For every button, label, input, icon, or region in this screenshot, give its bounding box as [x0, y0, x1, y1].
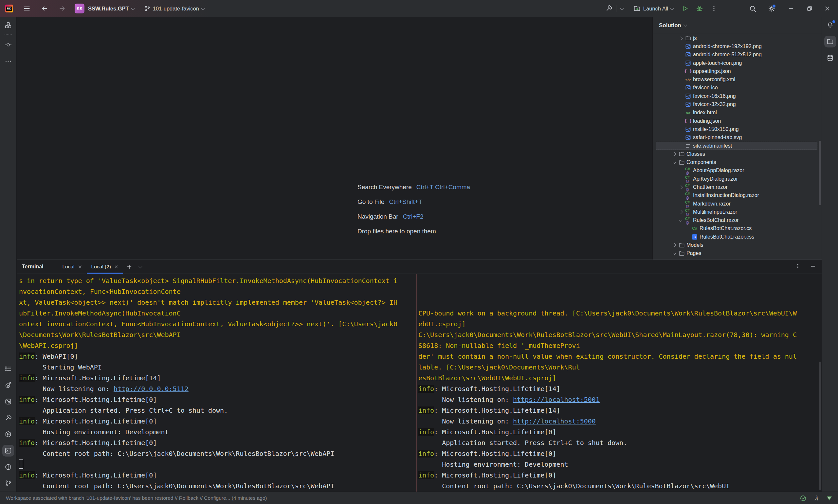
- folder-file-icon: [678, 151, 685, 158]
- terminal-line: S8618: Non-nullable field '_mudThemeProv…: [418, 340, 822, 351]
- tree-scrollbar[interactable]: [819, 141, 821, 205]
- settings-gear-icon[interactable]: [766, 3, 777, 14]
- terminal-pane-right[interactable]: CPU-bound work on a background thread. […: [416, 274, 822, 492]
- terminal-link[interactable]: http://localhost:5000: [513, 417, 596, 425]
- solution-status-icon[interactable]: [826, 495, 833, 502]
- terminal-tab[interactable]: Local (2): [87, 260, 123, 274]
- solution-explorer-icon[interactable]: [822, 33, 838, 50]
- tree-row[interactable]: favicon-16x16.png: [653, 92, 822, 100]
- terminal-tab[interactable]: Local: [58, 260, 87, 274]
- terminal-options-kebab-icon[interactable]: [795, 263, 801, 270]
- unit-tests-icon[interactable]: [0, 393, 16, 410]
- run-configuration-selector[interactable]: Launch All: [633, 3, 673, 14]
- services-icon[interactable]: [0, 426, 16, 443]
- tree-row[interactable]: 3RulesBotChat.razor.css: [653, 233, 822, 241]
- tree-row[interactable]: C#@RulesBotChat.razor: [653, 216, 822, 224]
- workspace-icon[interactable]: [0, 17, 16, 33]
- terminal-link[interactable]: http://0.0.0.0:5112: [113, 385, 189, 393]
- todo-icon[interactable]: [0, 361, 16, 377]
- solution-view-selector[interactable]: Solution: [653, 17, 822, 34]
- more-actions-icon[interactable]: [709, 3, 719, 14]
- rider-logo-icon[interactable]: RD: [5, 4, 13, 13]
- tree-row[interactable]: apple-touch-icon.png: [653, 59, 822, 67]
- tree-row[interactable]: js: [653, 34, 822, 42]
- folder-file-icon: [678, 250, 685, 256]
- status-message: Workspace associated with branch '101-up…: [6, 495, 173, 501]
- tree-row[interactable]: C#@ApiKeyDialog.razor: [653, 175, 822, 183]
- tree-row[interactable]: mstile-150x150.png: [653, 125, 822, 133]
- inspections-ok-icon[interactable]: [800, 495, 806, 502]
- tree-row[interactable]: favicon-32x32.png: [653, 100, 822, 108]
- git-icon[interactable]: [0, 475, 16, 491]
- chevron-down-icon[interactable]: [678, 220, 684, 221]
- new-terminal-tab-button[interactable]: [124, 262, 134, 272]
- tree-row[interactable]: C#@AboutAppDialog.razor: [653, 166, 822, 175]
- problems-icon[interactable]: [0, 459, 16, 475]
- tree-row[interactable]: C#RulesBotChat.razor.cs: [653, 224, 822, 233]
- commit-icon[interactable]: [0, 37, 16, 53]
- search-everywhere-icon[interactable]: [747, 3, 758, 14]
- tree-row[interactable]: C#@InstallInstructionDialog.razor: [653, 192, 822, 200]
- build-solution-icon[interactable]: [604, 3, 614, 14]
- tree-row[interactable]: </>browserconfig.xml: [653, 75, 822, 84]
- chevron-right-icon[interactable]: [671, 244, 678, 247]
- database-icon[interactable]: [822, 50, 838, 66]
- tree-row[interactable]: Models: [653, 241, 822, 249]
- tree-row[interactable]: Pages: [653, 249, 822, 257]
- notifications-icon[interactable]: [822, 17, 838, 33]
- close-tab-icon[interactable]: [114, 265, 119, 269]
- tree-item-label: ChatItem.razor: [693, 184, 728, 190]
- hide-terminal-icon[interactable]: [810, 263, 816, 271]
- status-message-group: Workspace associated with branch '101-up…: [0, 495, 267, 501]
- chevron-right-icon[interactable]: [671, 153, 678, 156]
- hamburger-menu-icon[interactable]: [22, 3, 32, 14]
- branch-selector[interactable]: 101-update-favicon: [143, 3, 204, 14]
- terminal-scrollbar[interactable]: [819, 362, 821, 490]
- html-file-icon: <>: [684, 109, 692, 116]
- back-icon[interactable]: [39, 3, 50, 14]
- shortcut-label: Navigation Bar: [357, 213, 398, 220]
- nuget-icon[interactable]: [0, 377, 16, 393]
- chevron-right-icon[interactable]: [678, 37, 684, 40]
- build-options-chevron-icon[interactable]: [618, 3, 626, 14]
- chevron-right-icon[interactable]: [678, 211, 684, 213]
- chevron-right-icon[interactable]: [678, 186, 684, 188]
- tree-row[interactable]: site.webmanifest: [653, 142, 822, 150]
- close-window-icon[interactable]: [822, 3, 833, 14]
- terminal-line: nvocationContext, Func<HubInvocationCont…: [19, 286, 419, 297]
- restore-window-icon[interactable]: [804, 3, 815, 14]
- debug-button[interactable]: [694, 3, 705, 14]
- editor-empty-area[interactable]: Search EverywhereCtrl+T Ctrl+CommaGo to …: [17, 17, 653, 259]
- tree-row[interactable]: android-chrome-512x512.png: [653, 51, 822, 59]
- tree-row[interactable]: Components: [653, 158, 822, 166]
- tree-row[interactable]: safari-pinned-tab.svg: [653, 133, 822, 142]
- code-analysis-icon[interactable]: λ: [815, 494, 818, 502]
- terminal-tab-options-chevron-icon[interactable]: [136, 262, 145, 272]
- chevron-down-icon[interactable]: [671, 162, 678, 163]
- forward-icon[interactable]: [57, 3, 68, 14]
- build-icon[interactable]: [0, 410, 16, 426]
- tree-row[interactable]: <>index.html: [653, 109, 822, 117]
- rollback-link[interactable]: Rollback: [179, 495, 198, 501]
- tree-row[interactable]: favicon.ico: [653, 84, 822, 92]
- info-badge: info: [19, 439, 35, 447]
- tree-row[interactable]: C#@ChatItem.razor: [653, 183, 822, 191]
- close-tab-icon[interactable]: [78, 265, 82, 269]
- terminal-icon[interactable]: [0, 443, 16, 459]
- chevron-down-icon[interactable]: [671, 253, 678, 254]
- tree-row[interactable]: Classes: [653, 150, 822, 158]
- tree-row[interactable]: { }loading.json: [653, 117, 822, 125]
- tree-row[interactable]: android-chrome-192x192.png: [653, 42, 822, 50]
- project-selector[interactable]: SSW.Rules.GPT: [88, 5, 134, 12]
- tree-row[interactable]: C#@Markdown.razor: [653, 200, 822, 208]
- tree-row[interactable]: C#@MultilineInput.razor: [653, 208, 822, 216]
- minimize-window-icon[interactable]: [786, 3, 797, 14]
- tree-row[interactable]: { }appsettings.json: [653, 67, 822, 75]
- run-button[interactable]: [680, 3, 690, 14]
- configure-link[interactable]: Configure...: [204, 495, 230, 501]
- info-badge: info: [418, 471, 434, 479]
- project-badge[interactable]: SS: [75, 4, 85, 14]
- more-icon[interactable]: [0, 53, 16, 69]
- terminal-pane-left[interactable]: s in return type of 'ValueTask<object> S…: [17, 274, 419, 492]
- terminal-link[interactable]: https://localhost:5001: [513, 396, 600, 403]
